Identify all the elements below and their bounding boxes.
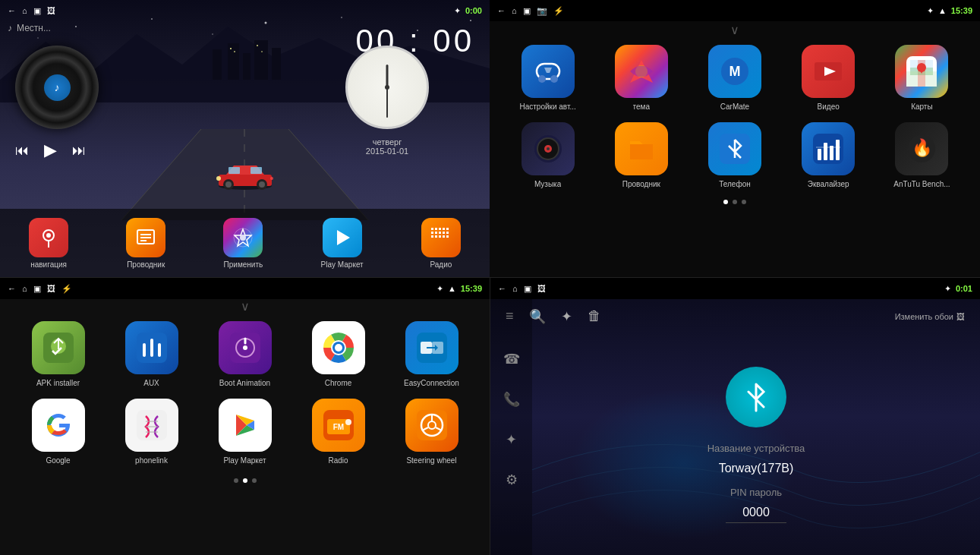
dot-p3-2[interactable] (243, 478, 247, 483)
app-icon-apk (32, 321, 85, 374)
nav-explorer[interactable]: Проводник (126, 218, 165, 269)
dot-3[interactable] (742, 200, 746, 204)
app-tema[interactable]: тема (598, 45, 684, 111)
nav-radio[interactable]: Радио (421, 218, 461, 269)
change-wallpaper-button[interactable]: Изменить обои 🖼 (895, 312, 965, 321)
svg-rect-57 (443, 235, 445, 238)
app-play-market[interactable]: Play Маркет (202, 399, 288, 465)
app-boot-animation[interactable]: Boot Animation (202, 321, 288, 387)
prev-button[interactable]: ⏮ (15, 143, 29, 159)
app-icon-google (32, 399, 85, 452)
app-label-carmate: CarMate (720, 102, 749, 111)
app-maps[interactable]: Карты (879, 45, 965, 111)
app-label-video: Видео (818, 102, 840, 111)
app-music[interactable]: Музыка (505, 122, 591, 188)
delete-icon[interactable]: 🗑 (588, 308, 601, 324)
home-icon-p3[interactable]: ⌂ (22, 284, 27, 293)
app-radio[interactable]: FM Radio (295, 399, 381, 465)
time-p1: 0:00 (465, 6, 482, 15)
app-grid-main: Настройки авт... тема M CarMate (490, 37, 980, 196)
next-button[interactable]: ⏭ (72, 143, 86, 159)
home-icon-p1[interactable]: ⌂ (22, 6, 27, 15)
app-settings-car[interactable]: Настройки авт... (505, 45, 591, 111)
app-label-tema: тема (633, 102, 650, 111)
back-icon-p4[interactable]: ← (498, 284, 506, 293)
clock-widget: четверг 2015-01-01 (345, 46, 429, 129)
clock-center (385, 85, 389, 90)
dot-1[interactable] (723, 200, 728, 204)
usb-icon-p3: ⚡ (61, 284, 72, 294)
chevron-down-p2[interactable]: ∨ (490, 23, 980, 37)
home-icon-p4[interactable]: ⌂ (512, 284, 518, 293)
svg-text:FM: FM (332, 423, 343, 431)
svg-point-92 (243, 345, 247, 350)
chevron-down-p3[interactable]: ∨ (0, 299, 490, 314)
sidebar-settings-icon[interactable]: ⚙ (499, 465, 524, 494)
svg-rect-87 (150, 339, 153, 357)
app-phone[interactable]: Телефон (692, 122, 777, 188)
sidebar-phone-icon[interactable]: ☎ (497, 345, 526, 374)
svg-rect-56 (439, 235, 441, 238)
app-icon-maps (895, 45, 948, 98)
back-icon-p3[interactable]: ← (8, 284, 16, 293)
connect-icon[interactable]: ✦ (561, 308, 572, 325)
bluetooth-content: Название устройства Torway(177B) PIN пар… (532, 335, 980, 555)
photo-icon-p1[interactable]: 🖼 (47, 6, 55, 15)
app-icon-tema (615, 45, 668, 98)
svg-rect-77 (824, 143, 827, 160)
svg-rect-51 (439, 232, 441, 234)
back-icon-p2[interactable]: ← (497, 6, 506, 15)
svg-point-2 (265, 22, 267, 24)
app-equalizer[interactable]: Эквалайзер (786, 122, 871, 188)
status-bar-panel4: ← ⌂ ▣ 🖼 ✦ 0:01 (490, 278, 980, 299)
nav-navigation-icon (29, 218, 68, 257)
bluetooth-status-p4: ✦ (944, 284, 951, 294)
recent-icon-p3[interactable]: ▣ (33, 284, 41, 294)
app-antutu[interactable]: 🔥 AnTuTu Bench... (879, 122, 965, 188)
pin-label: PIN пароль (730, 487, 782, 498)
device-name-label: Название устройства (707, 443, 805, 454)
bluetooth-large-icon (726, 367, 786, 427)
app-icon-radio: FM (312, 399, 365, 452)
app-icon-phone (708, 122, 761, 175)
nav-navigation-label: навигация (30, 260, 67, 269)
home-icon-p2[interactable]: ⌂ (512, 6, 517, 15)
app-chrome[interactable]: Chrome (295, 321, 381, 387)
app-icon-aux (125, 321, 178, 374)
app-aux[interactable]: AUX (109, 321, 194, 387)
status-bar-panel3: ← ⌂ ▣ 🖼 ⚡ ✦ ▲ 15:39 (0, 278, 490, 299)
recent-icon-p4[interactable]: ▣ (524, 284, 531, 294)
app-phonelink[interactable]: phonelink (109, 399, 194, 465)
svg-rect-88 (158, 343, 161, 357)
back-icon-p1[interactable]: ← (8, 6, 16, 15)
nav-radio-icon (421, 218, 461, 257)
nav-apply-label: Применить (224, 260, 263, 269)
app-apk-installer[interactable]: APK installer (15, 321, 101, 387)
camera-icon-p2: 📷 (537, 6, 547, 16)
app-files[interactable]: Проводник (598, 122, 684, 188)
nav-radio-label: Радио (430, 260, 452, 269)
time-p3: 15:39 (461, 284, 482, 293)
play-button[interactable]: ▶ (44, 140, 57, 160)
app-label-music: Музыка (534, 180, 561, 188)
vinyl-record: ♪ (15, 46, 99, 129)
nav-navigation[interactable]: навигация (29, 218, 68, 269)
app-carmate[interactable]: M CarMate (692, 45, 777, 111)
app-video[interactable]: Видео (786, 45, 871, 111)
dot-p3-1[interactable] (234, 478, 238, 483)
app-easy-connection[interactable]: EasyConnection (389, 321, 474, 387)
svg-text:🔥: 🔥 (912, 137, 933, 158)
photo-icon-p4: 🖼 (537, 284, 546, 293)
dot-p3-3[interactable] (252, 478, 257, 483)
app-google[interactable]: Google (15, 399, 101, 465)
nav-apply[interactable]: Применить (223, 218, 263, 269)
sidebar-bt-icon[interactable]: ✦ (499, 425, 523, 454)
sidebar-call-icon[interactable]: 📞 (497, 385, 526, 414)
nav-play-market[interactable]: Play Маркет (321, 218, 364, 269)
recent-icon-p2[interactable]: ▣ (523, 6, 531, 16)
svg-point-60 (538, 75, 546, 83)
svg-rect-45 (435, 228, 437, 230)
recent-icon-p1[interactable]: ▣ (33, 6, 41, 16)
dot-2[interactable] (733, 200, 737, 204)
app-steering-wheel[interactable]: Steering wheel (389, 399, 474, 465)
